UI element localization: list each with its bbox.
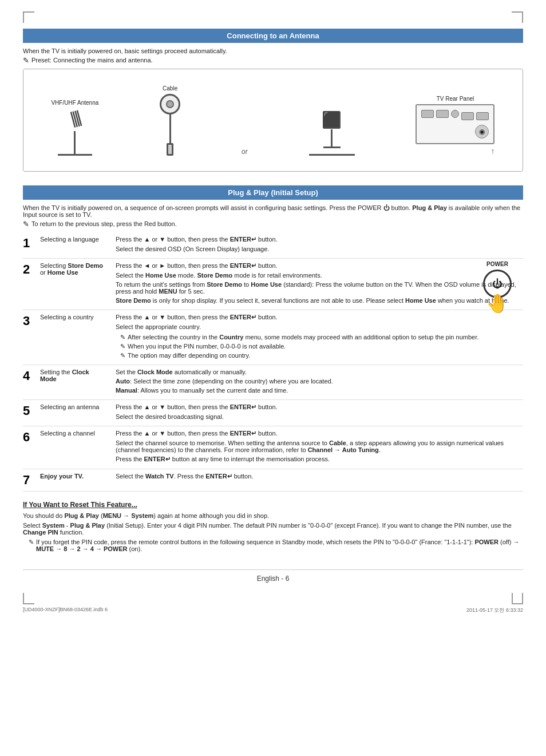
tv-rear-box: ◉: [416, 104, 494, 144]
tv-port-round: [451, 110, 459, 118]
step-num-7: 7: [23, 469, 37, 492]
hand-icon: 🤚: [483, 292, 512, 314]
corner-bottom-right: [512, 593, 523, 604]
corner-top-right: [512, 11, 523, 23]
antenna-diagram: VHF/UHF Antenna |||| Cable or: [23, 69, 523, 172]
cable-wire: [169, 114, 171, 143]
cable-plug: [167, 143, 173, 156]
antenna-intro: When the TV is initially powered on, bas…: [23, 48, 523, 54]
power-icon-area: POWER ⏻ 🤚: [483, 261, 512, 314]
cable-group: Cable: [160, 85, 180, 156]
tv-speaker-icon: ◉: [475, 125, 489, 138]
step-num-6: 6: [23, 426, 37, 469]
footer-text: English - 6: [257, 575, 290, 583]
vhf-antenna-group: VHF/UHF Antenna ||||: [51, 100, 98, 156]
arrow-up-icon: ↑: [490, 147, 494, 156]
steps-wrapper: POWER ⏻ 🤚 1 Selecting a language Press t…: [23, 232, 523, 492]
connector-line: [331, 129, 333, 147]
footer: English - 6: [23, 569, 523, 587]
reset-heading: If You Want to Reset This Feature...: [23, 501, 523, 509]
antenna-title: Connecting to an Antenna: [23, 29, 523, 43]
table-row: 1 Selecting a language Press the ▲ or ▼ …: [23, 232, 523, 259]
reset-note: ✎ If you forget the PIN code, press the …: [23, 539, 523, 552]
power-label: POWER: [483, 261, 512, 267]
step-title-7: Enjoy your TV.: [37, 469, 111, 492]
step-num-5: 5: [23, 400, 37, 426]
step-content-5: Press the ▲ or ▼ button, then press the …: [111, 400, 523, 426]
step-title-5: Selecting an antenna: [37, 400, 111, 426]
tv-port-1: [421, 110, 434, 118]
table-row: 3 Selecting a country Press the ▲ or ▼ b…: [23, 310, 523, 365]
connector-base: [323, 147, 341, 148]
note3-icon-3: ✎: [120, 352, 125, 359]
tv-port-2: [436, 110, 449, 118]
step-title-4: Setting the Clock Mode: [37, 365, 111, 400]
reset-section: If You Want to Reset This Feature... You…: [23, 501, 523, 552]
plug-play-section: Plug & Play (Initial Setup) When the TV …: [23, 185, 523, 492]
table-row: 7 Enjoy your TV. Select the Watch TV. Pr…: [23, 469, 523, 492]
step-content-2: Press the ◄ or ► button, then press the …: [111, 259, 523, 310]
reset-para2: Select System - Plug & Play (Initial Set…: [23, 522, 523, 536]
file-left: [UD4000-XNZF]BN68-03426E.indb 6: [23, 607, 108, 614]
antenna-lines-icon: ||||: [68, 107, 81, 128]
tv-port-3: [461, 112, 474, 120]
step-title-1: Selecting a language: [37, 232, 111, 259]
steps-table: 1 Selecting a language Press the ▲ or ▼ …: [23, 232, 523, 492]
step-num-2: 2: [23, 259, 37, 310]
tv-ports: [421, 110, 489, 120]
table-row: 2 Selecting Store Demo or Home Use Press…: [23, 259, 523, 310]
step-content-6: Press the ▲ or ▼ button, then press the …: [111, 426, 523, 469]
page-marks-top: [23, 11, 523, 23]
antenna-section: Connecting to an Antenna When the TV is …: [23, 29, 523, 172]
cable-head-inner: [166, 100, 174, 108]
step-title-3: Selecting a country: [37, 310, 111, 365]
step-content-1: Press the ▲ or ▼ button, then press the …: [111, 232, 523, 259]
file-info: [UD4000-XNZF]BN68-03426E.indb 6 2011-05-…: [23, 607, 523, 614]
table-row: 6 Selecting a channel Press the ▲ or ▼ b…: [23, 426, 523, 469]
plug-play-intro: When the TV is initially powered on, a s…: [23, 204, 523, 218]
connector-cable: [309, 154, 355, 156]
plug-play-note: ✎ To return to the previous step, press …: [23, 220, 523, 228]
page-marks-bottom: [23, 593, 523, 604]
arrow-up-label: ↑: [416, 147, 494, 156]
table-row: 4 Setting the Clock Mode Set the Clock M…: [23, 365, 523, 400]
cable-head: [160, 94, 180, 114]
step-num-3: 3: [23, 310, 37, 365]
tv-rear-panel-group: TV Rear Panel ◉: [416, 96, 494, 156]
tv-connection-area: ⬛: [309, 110, 355, 156]
table-row: 5 Selecting an antenna Press the ▲ or ▼ …: [23, 400, 523, 426]
reset-note-icon: ✎: [29, 539, 34, 552]
antenna-pole: [74, 131, 76, 154]
step-num-4: 4: [23, 365, 37, 400]
corner-top-left: [23, 11, 34, 23]
connector-symbol: ⬛: [309, 110, 355, 156]
plug-play-title: Plug & Play (Initial Setup): [23, 185, 523, 200]
tv-speaker-symbol: ◉: [421, 125, 489, 138]
connector-icon: ⬛: [309, 110, 355, 129]
vhf-label: VHF/UHF Antenna: [51, 100, 98, 106]
antenna-base: [58, 154, 92, 156]
step-content-7: Select the Watch TV. Press the ENTER↵ bu…: [111, 469, 523, 492]
step-content-4: Set the Clock Mode automatically or manu…: [111, 365, 523, 400]
corner-bottom-left: [23, 593, 34, 604]
file-right: 2011-05-17 오전 6:33:32: [466, 607, 523, 614]
cable-label: Cable: [163, 85, 177, 92]
reset-para1: You should do Plug & Play (MENU → System…: [23, 512, 523, 519]
step-title-2: Selecting Store Demo or Home Use: [37, 259, 111, 310]
note-icon: ✎: [23, 57, 29, 64]
antenna-note: ✎ Preset: Connecting the mains and anten…: [23, 57, 523, 64]
step-content-3: Press the ▲ or ▼ button, then press the …: [111, 310, 523, 365]
or-divider: or: [242, 148, 248, 156]
tv-rear-label: TV Rear Panel: [416, 96, 494, 102]
tv-port-4: [476, 112, 489, 120]
note3-icon-1: ✎: [120, 334, 125, 341]
note3-icon-2: ✎: [120, 343, 125, 350]
step-title-6: Selecting a channel: [37, 426, 111, 469]
step-num-1: 1: [23, 232, 37, 259]
note2-icon: ✎: [23, 220, 29, 228]
